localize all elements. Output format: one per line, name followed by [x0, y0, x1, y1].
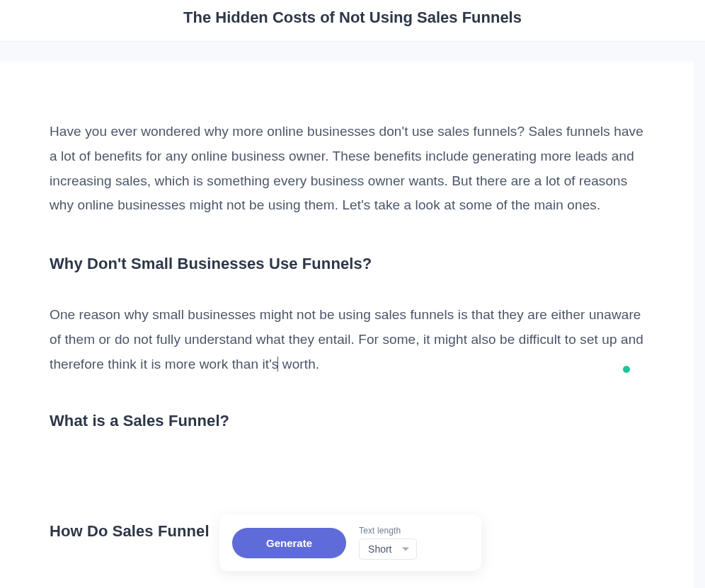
- article-content: Have you ever wondered why more online b…: [0, 62, 694, 588]
- text-length-value: Short: [368, 543, 391, 555]
- text-length-select[interactable]: Short: [359, 538, 416, 560]
- text-length-control: Text length Short: [359, 526, 416, 560]
- page-title: The Hidden Costs of Not Using Sales Funn…: [0, 8, 705, 27]
- status-indicator-icon: [623, 366, 630, 373]
- chevron-down-icon: [402, 548, 409, 551]
- body-paragraph-1[interactable]: One reason why small businesses might no…: [50, 303, 644, 376]
- paragraph-text-a: One reason why small businesses might no…: [50, 307, 643, 371]
- page-header: The Hidden Costs of Not Using Sales Funn…: [0, 0, 705, 42]
- generate-button[interactable]: Generate: [232, 528, 346, 558]
- text-length-label: Text length: [359, 526, 416, 536]
- generate-toolbar: Generate Text length Short: [219, 514, 481, 571]
- section-heading-what: What is a Sales Funnel?: [50, 412, 644, 430]
- section-heading-why: Why Don't Small Businesses Use Funnels?: [50, 255, 644, 273]
- paragraph-text-b: worth.: [278, 357, 319, 371]
- header-gap: [0, 42, 705, 62]
- intro-paragraph: Have you ever wondered why more online b…: [50, 120, 644, 218]
